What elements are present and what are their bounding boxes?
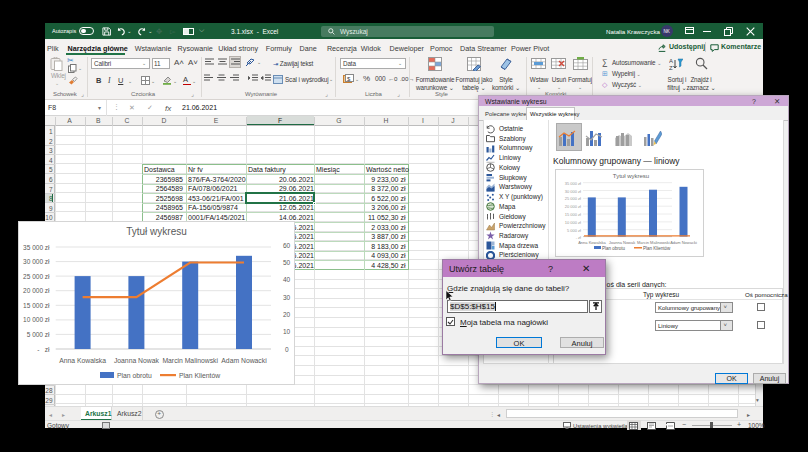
svg-text:Z: Z — [669, 65, 673, 71]
svg-text:A: A — [669, 58, 673, 64]
